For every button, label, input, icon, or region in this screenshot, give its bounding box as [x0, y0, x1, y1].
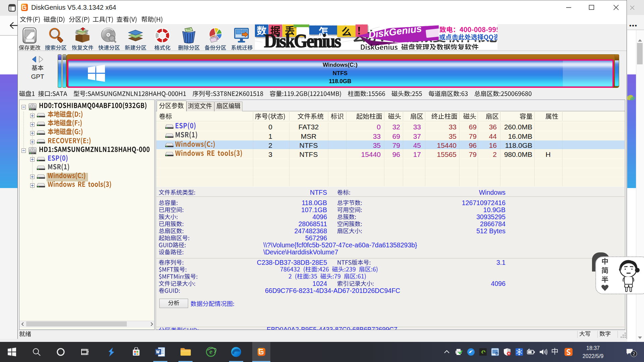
svg-text:e: e	[209, 348, 212, 356]
svg-text:intel: intel	[495, 353, 498, 355]
